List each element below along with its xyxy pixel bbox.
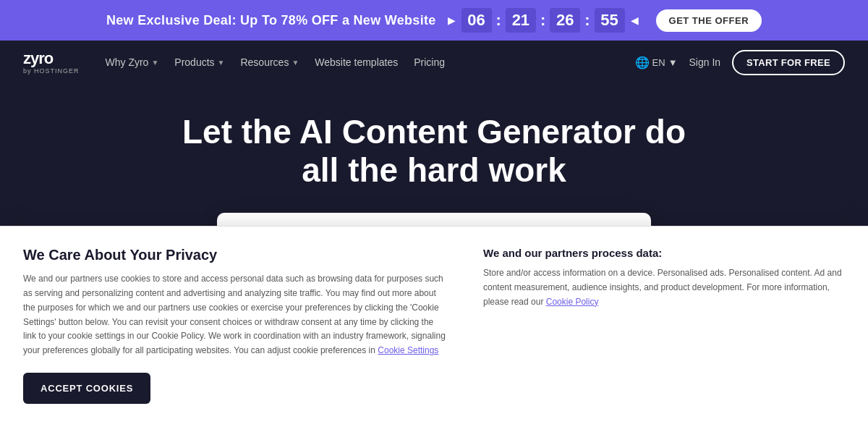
- language-selector[interactable]: 🌐 EN ▼: [635, 56, 678, 69]
- logo-sub: by HOSTINGER: [23, 67, 80, 75]
- cookie-settings-link[interactable]: Cookie Settings: [378, 345, 438, 355]
- cookie-left-panel: We Care About Your Privacy We and our pa…: [23, 247, 448, 404]
- cookie-consent-overlay: We Care About Your Privacy We and our pa…: [0, 226, 868, 427]
- timer-colon-3: :: [583, 11, 591, 30]
- nav-item-website-templates[interactable]: Website templates: [309, 52, 404, 72]
- nav-label-website-templates: Website templates: [315, 56, 398, 68]
- nav-label-pricing: Pricing: [414, 56, 445, 68]
- chevron-down-icon: ▼: [292, 59, 299, 67]
- sign-in-button[interactable]: Sign In: [689, 56, 721, 68]
- hero-title-line1: Let the AI Content Generator do: [182, 113, 686, 151]
- nav-label-products: Products: [174, 56, 214, 68]
- navbar: zyro by HOSTINGER Why Zyro ▼ Products ▼ …: [0, 41, 868, 84]
- banner-deal-text: New Exclusive Deal: Up To 78% OFF a New …: [106, 13, 436, 28]
- start-free-button[interactable]: START FOR FREE: [732, 50, 845, 75]
- get-offer-button[interactable]: GET THE OFFER: [656, 9, 762, 32]
- logo[interactable]: zyro by HOSTINGER: [23, 51, 80, 75]
- timer-colon-1: :: [495, 11, 503, 30]
- timer-arrow-right: ◀: [631, 14, 639, 26]
- timer-seconds: 26: [550, 8, 580, 33]
- timer-arrow-left: ▶: [448, 14, 456, 26]
- nav-item-why-zyro[interactable]: Why Zyro ▼: [100, 52, 165, 72]
- nav-item-products[interactable]: Products ▼: [169, 52, 230, 72]
- hero-title-line2: all the hard work: [302, 151, 566, 189]
- nav-items: Why Zyro ▼ Products ▼ Resources ▼ Websit…: [100, 52, 451, 72]
- chevron-down-icon: ▼: [668, 57, 678, 68]
- lang-label: EN: [652, 57, 665, 68]
- cookie-policy-link[interactable]: Cookie Policy: [546, 297, 599, 307]
- nav-item-resources[interactable]: Resources ▼: [234, 52, 305, 72]
- chevron-down-icon: ▼: [151, 59, 158, 67]
- countdown-timer: ▶ 06 : 21 : 26 : 55 ◀: [448, 8, 639, 33]
- promo-banner: New Exclusive Deal: Up To 78% OFF a New …: [0, 0, 868, 41]
- timer-ms: 55: [595, 8, 625, 33]
- globe-icon: 🌐: [635, 56, 650, 69]
- cookie-right-panel: We and our partners process data: Store …: [483, 247, 845, 404]
- nav-item-pricing[interactable]: Pricing: [408, 52, 451, 72]
- chevron-down-icon: ▼: [218, 59, 225, 67]
- nav-right-section: 🌐 EN ▼ Sign In START FOR FREE: [635, 50, 845, 75]
- cookie-right-title: We and our partners process data:: [483, 247, 845, 259]
- accept-cookies-button[interactable]: ACCEPT COOKIES: [23, 373, 150, 404]
- cookie-title: We Care About Your Privacy: [23, 247, 448, 263]
- hero-title: Let the AI Content Generator do all the …: [182, 113, 686, 190]
- timer-colon-2: :: [539, 11, 547, 30]
- nav-label-resources: Resources: [240, 56, 289, 68]
- nav-label-why-zyro: Why Zyro: [106, 56, 149, 68]
- cookie-body-text: We and our partners use cookies to store…: [23, 272, 448, 358]
- timer-hours: 06: [461, 8, 492, 33]
- cookie-right-body-text: Store and/or access information on a dev…: [483, 266, 845, 309]
- timer-minutes: 21: [506, 8, 536, 33]
- nav-left-section: zyro by HOSTINGER Why Zyro ▼ Products ▼ …: [23, 51, 451, 75]
- logo-main: zyro: [23, 51, 53, 67]
